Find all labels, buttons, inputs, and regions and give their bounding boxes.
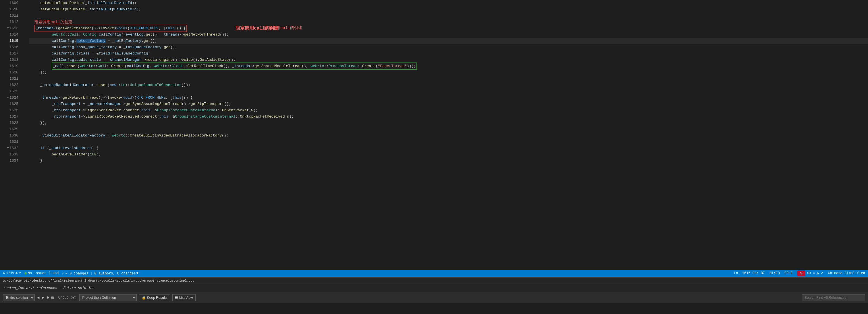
- fold-arrow-1632[interactable]: ▼: [7, 145, 9, 151]
- chinese-char: 中: [807, 271, 811, 276]
- code-line-1610: setAudioOutputDevice(_initialOutputDevic…: [29, 6, 868, 12]
- highlight-red-box: _threads->getWorkerThread()->Invoke<void…: [34, 25, 187, 32]
- code-line-1624: _threads->getNetworkThread()->Invoke<voi…: [29, 95, 868, 101]
- changes-arrow: ▼: [136, 271, 138, 275]
- code-line-1631: [29, 139, 868, 145]
- line-1623: 1623: [0, 88, 19, 95]
- references-title-bar: 'neteq_factory' references - Entire solu…: [0, 284, 868, 292]
- zoom-label: 121%: [6, 271, 14, 275]
- search-all-refs-input[interactable]: [802, 294, 865, 301]
- line-1609: 1609: [0, 0, 19, 6]
- references-toolbar[interactable]: Entire solution ◀ ▶ ⊕ ▦ Group by: Projec…: [0, 292, 868, 303]
- line-1626: 1626: [0, 107, 19, 113]
- code-line-1616: callConfig.task_queue_factory = _taskQue…: [29, 44, 868, 50]
- expand-icon: ⤢: [820, 271, 823, 276]
- sogou-area[interactable]: S 中 ⌨ ⚙ ⤢: [797, 270, 823, 276]
- code-line-1634: }: [29, 158, 868, 164]
- list-view-button[interactable]: ☰ List View: [172, 294, 195, 301]
- line-1625: 1625: [0, 101, 19, 107]
- changes-section[interactable]: ✓ ↶ 0 changes | 0 authors, 0 changes ▼: [62, 271, 138, 276]
- keep-results-label: Keep Results: [147, 295, 167, 300]
- line-1612: 1612: [0, 19, 19, 25]
- line-1620: 1620: [0, 69, 19, 76]
- code-line-1621: [29, 76, 868, 82]
- line-1613: ▼1613: [0, 25, 19, 32]
- line-1618: 1618: [0, 57, 19, 63]
- line-1615: 1615: [0, 38, 19, 44]
- keep-results-button[interactable]: 🔒 Keep Results: [139, 294, 170, 301]
- code-line-1630: _videoBitrateAllocatorFactory = webrtc::…: [29, 133, 868, 139]
- code-line-1617: callConfig.trials = &fieldTrialsBasedCon…: [29, 50, 868, 57]
- issues-section[interactable]: No issues found: [24, 271, 59, 275]
- line-1628: 1628: [0, 120, 19, 126]
- code-line-1632: if (_audioLevelsUpdated) {: [29, 145, 868, 151]
- line-1629: 1629: [0, 126, 19, 133]
- code-line-1626: _rtpTransport->SignalSentPacket.connect(…: [29, 107, 868, 113]
- toolbar-icon-3[interactable]: ⊕: [46, 295, 49, 300]
- line-numbers: 1609 1610 1611 1612 ▼1613 1614 1615 1616…: [0, 0, 23, 277]
- line-1619: 1619: [0, 63, 19, 69]
- code-line-1609: setAudioInputDevice(_initialInputDeviceI…: [29, 0, 868, 6]
- code-line-1618: callConfig.audio_state = _channelManager…: [29, 57, 868, 63]
- code-line-1620: });: [29, 69, 868, 76]
- toolbar-icon-2[interactable]: ▶: [42, 295, 44, 300]
- line-1611: 1611: [0, 12, 19, 19]
- language-label[interactable]: Chinese Simplified: [828, 271, 865, 275]
- chinese-annotation: 阻塞调用call的创建: [34, 19, 72, 25]
- issues-dot: [24, 272, 27, 274]
- line-1633: 1633: [0, 151, 19, 158]
- file-path: G:\CDN\P2P-DEV\tdesktop-offical\Telegram…: [3, 279, 194, 282]
- git-icon: ⊙: [16, 271, 18, 276]
- fold-arrow-1613[interactable]: ▼: [7, 25, 9, 32]
- changes-label: ↶ 0 changes | 0 authors, 0 changes: [65, 271, 136, 276]
- code-line-1611: [29, 12, 868, 19]
- zoom-section[interactable]: ⊕ 121% ⊙ ⌥: [3, 271, 21, 276]
- line-1630: 1630: [0, 133, 19, 139]
- line-1617: 1617: [0, 50, 19, 57]
- group-by-label: Group by:: [58, 295, 77, 300]
- code-line-1614: webrtc::Call::Config callConfig(_eventLo…: [29, 32, 868, 38]
- changes-dropdown[interactable]: ↶ 0 changes | 0 authors, 0 changes ▼: [65, 271, 138, 276]
- zoom-icon: ⊕: [3, 271, 5, 276]
- code-content[interactable]: setAudioInputDevice(_initialInputDeviceI…: [23, 0, 868, 277]
- branch-icon: ⌥: [19, 271, 21, 276]
- list-icon: ☰: [175, 295, 178, 300]
- line-1622: 1622: [0, 82, 19, 88]
- status-right: Ln: 1615 Ch: 37 MIXED CRLF S 中 ⌨ ⚙ ⤢ Chi…: [734, 270, 865, 276]
- line-ending-label[interactable]: CRLF: [784, 271, 793, 275]
- scope-select[interactable]: Entire solution: [3, 294, 35, 301]
- chinese-comment-label: 阻塞调用call的创建: [264, 25, 302, 31]
- sogou-logo: S: [797, 270, 805, 276]
- pinyin-icon: ⌨: [813, 271, 815, 276]
- code-line-1615: callConfig.neteq_factory = _netEqFactory…: [29, 38, 868, 44]
- line-1627: 1627: [0, 113, 19, 120]
- status-bar: ⊕ 121% ⊙ ⌥ No issues found ✓ ↶ 0 changes…: [0, 270, 868, 277]
- line-1614: 1614: [0, 32, 19, 38]
- code-line-1619: _call.reset(webrtc::Call::Create(callCon…: [29, 63, 868, 69]
- line-1631: 1631: [0, 139, 19, 145]
- bottom-panel: 'neteq_factory' references - Entire solu…: [0, 284, 868, 314]
- lock-icon: 🔒: [142, 295, 146, 300]
- list-view-label: List View: [179, 295, 193, 300]
- ln-ch-label[interactable]: Ln: 1615 Ch: 37: [734, 271, 765, 275]
- code-line-1625: _rtpTransport = _networkManager->getSync…: [29, 101, 868, 107]
- group-by-select[interactable]: Project then Definition: [79, 294, 137, 301]
- code-line-1633: beginLevelsTimer(100);: [29, 151, 868, 158]
- code-line-1613: _threads->getWorkerThread()->Invoke<void…: [29, 25, 868, 32]
- line-1616: 1616: [0, 44, 19, 50]
- code-area: 1609 1610 1611 1612 ▼1613 1614 1615 1616…: [0, 0, 868, 277]
- code-line-1612: 阻塞调用call的创建: [29, 19, 868, 25]
- settings-icon: ⚙: [816, 271, 818, 276]
- undo-icon: ✓: [62, 271, 64, 276]
- encoding-label[interactable]: MIXED: [770, 271, 780, 275]
- issues-label: No issues found: [28, 271, 59, 275]
- line-1624: ▼1624: [0, 95, 19, 101]
- fold-arrow-1624[interactable]: ▼: [7, 95, 9, 101]
- highlight-green-box: _call.reset(webrtc::Call::Create(callCon…: [52, 63, 417, 70]
- code-line-1622: _uniqueRandomIdGenerator.reset(new rtc::…: [29, 82, 868, 88]
- code-line-1627: _rtpTransport->SignalRtcpPacketReceived.…: [29, 113, 868, 120]
- line-1610: 1610: [0, 6, 19, 12]
- toolbar-icon-4[interactable]: ▦: [51, 295, 54, 300]
- toolbar-icon-1[interactable]: ◀: [37, 295, 39, 300]
- editor-container: 1609 1610 1611 1612 ▼1613 1614 1615 1616…: [0, 0, 868, 277]
